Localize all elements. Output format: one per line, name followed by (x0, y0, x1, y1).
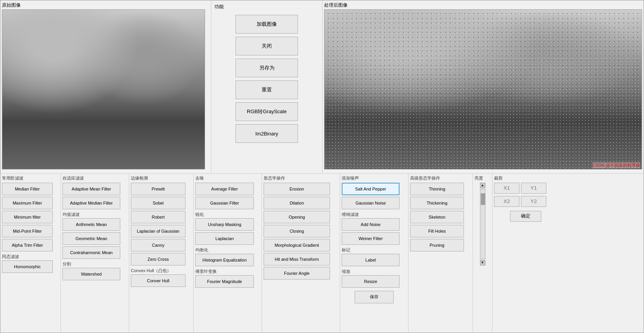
erosion-button[interactable]: Erosion (264, 183, 330, 195)
maximum-filter-button[interactable]: Maximum Filter (2, 197, 53, 209)
arithmetic-mean-button[interactable]: Arithmetic Mean (62, 218, 120, 231)
wiener-filter-buttons: Add Noise Weiner Filter (342, 218, 407, 245)
adaptive-filter-section: 自适应滤波 Adaptive Mean Filter Adaptive Medi… (61, 174, 129, 333)
top-panel: 原始图像 功能 加载图像 关闭 另存为 重置 RGB转GrayScale Im2… (0, 0, 644, 174)
canny-button[interactable]: Canny (131, 239, 186, 251)
noise-overlay (325, 10, 642, 169)
adaptive-filter-title: 自适应滤波 (62, 175, 127, 181)
common-filter-buttons: Median Filter Maximum Filter Minimum fil… (2, 183, 59, 251)
label-buttons: Label (342, 254, 407, 266)
y1-input[interactable] (521, 183, 546, 194)
morphology-section: 形态学操作 Erosion Dilation Opening Closing M… (262, 174, 340, 333)
median-filter-button[interactable]: Median Filter (2, 183, 53, 195)
crop-section: 裁剪 确定 (492, 174, 559, 333)
hit-miss-transform-button[interactable]: Hit and Miss Transform (264, 253, 330, 265)
adaptive-median-filter-button[interactable]: Adaptive Median Filter (62, 197, 120, 209)
resize-button[interactable]: Resize (342, 275, 400, 288)
edge-detection-buttons: Prewitt Sobel Robert Laplacian of Gaussi… (131, 183, 192, 265)
add-noise-section: 添加噪声 Salt And Pepper Gaussian Noise 维纳滤波… (340, 174, 409, 333)
add-noise-title: 添加噪声 (342, 175, 407, 181)
robert-button[interactable]: Robert (131, 211, 186, 223)
geometric-mean-button[interactable]: Geometric Mean (62, 232, 120, 245)
gaussian-filter-button[interactable]: Gaussian Filter (195, 197, 254, 209)
save-as-button[interactable]: 另存为 (235, 59, 298, 77)
histogram-equalization-button[interactable]: Histogram Equalization (195, 254, 254, 266)
laplacian-button[interactable]: Laplacian (195, 232, 254, 245)
morphological-gradient-button[interactable]: Morphological Gradient (264, 239, 330, 251)
sharpening-title: 锐化 (195, 212, 260, 217)
watershed-button[interactable]: Watershed (62, 268, 120, 280)
save-button[interactable]: 保存 (355, 291, 394, 303)
fill-holes-button[interactable]: Fill Holes (410, 225, 464, 237)
skeleton-button[interactable]: Skeleton (410, 211, 464, 223)
salt-pepper-button[interactable]: Salt And Pepper (342, 183, 400, 195)
dilation-button[interactable]: Dilation (264, 197, 330, 209)
original-image-panel: 原始图像 (0, 0, 211, 173)
edge-detection-title: 边缘检测 (131, 175, 192, 181)
thickening-button[interactable]: Thickening (410, 197, 464, 209)
mean-filter-title: 均值滤波 (62, 212, 127, 217)
x2-input[interactable] (494, 196, 519, 207)
brightness-up-arrow[interactable]: ▲ (480, 183, 485, 188)
brightness-track (480, 189, 485, 259)
zero-cross-button[interactable]: Zero Cross (131, 253, 186, 265)
convex-hull-title: Convex Hull（凸包） (131, 268, 192, 274)
denoise-title: 去噪 (195, 175, 260, 181)
crop-confirm-container: 确定 (494, 211, 557, 222)
add-noise-button[interactable]: Add Noise (342, 218, 400, 231)
crop-confirm-button[interactable]: 确定 (510, 211, 541, 222)
y2-input[interactable] (521, 196, 546, 207)
fourier-title: 傅里叶变换 (195, 269, 260, 274)
fourier-angle-button[interactable]: Fourier Angle (264, 267, 330, 280)
brightness-thumb[interactable] (481, 193, 485, 205)
weiner-filter-button[interactable]: Weiner Filter (342, 232, 400, 245)
prewitt-button[interactable]: Prewitt (131, 183, 186, 195)
reset-button[interactable]: 重置 (235, 80, 298, 99)
close-button[interactable]: 关闭 (235, 37, 298, 55)
denoise-section: 去噪 Average Filter Gaussian Filter 锐化 Uns… (194, 174, 262, 333)
fourier-magnitude-button[interactable]: Fourier Magnitude (195, 275, 254, 288)
equalization-buttons: Histogram Equalization (195, 254, 260, 266)
mean-filter-buttons: Arithmetic Mean Geometric Mean Contrahar… (62, 218, 127, 259)
log-button[interactable]: Laplacian of Gaussian (131, 225, 186, 237)
common-filter-title: 常用阶滤波 (2, 175, 59, 181)
thinning-button[interactable]: Thinning (410, 183, 464, 195)
homomorphic-buttons: Homomorphic (2, 260, 59, 273)
original-image-label: 原始图像 (2, 2, 209, 9)
alpha-trim-filter-button[interactable]: Alpha Trim Filter (2, 239, 53, 251)
resize-buttons: Resize (342, 275, 407, 288)
label-title: 标记 (342, 247, 407, 253)
minimum-filter-button[interactable]: Minimum filter (2, 211, 53, 223)
label-button[interactable]: Label (342, 254, 400, 266)
fourier-angle-buttons: Fourier Angle (264, 267, 338, 280)
rgb2gray-button[interactable]: RGB转GrayScale (235, 102, 298, 121)
brightness-down-arrow[interactable]: ▼ (480, 260, 485, 265)
noise-buttons: Salt And Pepper Gaussian Noise (342, 183, 407, 209)
edge-detection-section: 边缘检测 Prewitt Sobel Robert Laplacian of G… (129, 174, 194, 333)
controls-label: 功能 (214, 4, 224, 10)
contraharmonic-mean-button[interactable]: Contraharmonic Mean (62, 246, 120, 259)
load-image-button[interactable]: 加载图像 (235, 15, 298, 34)
average-filter-button[interactable]: Average Filter (195, 183, 254, 195)
resize-title: 缩放 (342, 269, 407, 274)
adaptive-mean-filter-button[interactable]: Adaptive Mean Filter (62, 183, 120, 195)
advanced-morphology-title: 高级形态学操作 (410, 175, 471, 181)
opening-button[interactable]: Opening (264, 211, 330, 223)
processed-image-panel: 处理后图像 CSDN @不脱发的程序猿 (323, 0, 644, 173)
homomorphic-button[interactable]: Homomorphic (2, 260, 53, 273)
closing-button[interactable]: Closing (264, 225, 330, 237)
common-filter-section: 常用阶滤波 Median Filter Maximum Filter Minim… (0, 174, 61, 333)
advanced-morphology-buttons: Thinning Thickening Skeleton Fill Holes … (410, 183, 471, 251)
original-image-display (2, 9, 205, 169)
crop-inputs-container: 确定 (494, 183, 557, 222)
morphology-buttons: Erosion Dilation Opening Closing Morphol… (264, 183, 338, 265)
midpoint-filter-button[interactable]: Mid-Point Filter (2, 225, 53, 237)
unsharp-masking-button[interactable]: Unsharp Masking (195, 218, 254, 231)
x1-input[interactable] (494, 183, 519, 194)
gaussian-noise-button[interactable]: Gaussian Noise (342, 197, 400, 209)
im2binary-button[interactable]: Im2Binary (235, 124, 298, 143)
advanced-morphology-section: 高级形态学操作 Thinning Thickening Skeleton Fil… (409, 174, 473, 333)
conver-hull-button[interactable]: Conver Hull (131, 274, 186, 287)
pruning-button[interactable]: Pruning (410, 239, 464, 251)
sobel-button[interactable]: Sobel (131, 197, 186, 209)
